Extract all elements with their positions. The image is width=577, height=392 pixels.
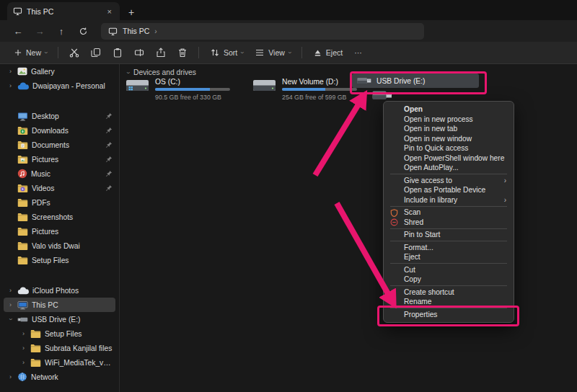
menu-item-copy[interactable]: Copy	[384, 275, 514, 285]
up-button[interactable]: ↑	[52, 22, 71, 40]
sidebar-item-pictures[interactable]: Pictures	[4, 224, 115, 239]
refresh-button[interactable]	[74, 22, 92, 40]
menu-item-include-in-library[interactable]: Include in library›	[384, 195, 514, 205]
sidebar-item-this-pc[interactable]: ›This PC	[4, 298, 115, 312]
menu-item-shred[interactable]: Shred	[384, 218, 514, 228]
menu-item-label: Copy	[404, 275, 421, 283]
chevron-right-icon[interactable]: ›	[20, 330, 27, 337]
pin-icon	[105, 127, 113, 134]
sidebar-item-dwaipayan-personal[interactable]: ›Dwaipayan - Personal	[4, 79, 115, 93]
sidebar-item-screenshots[interactable]: Screenshots	[4, 210, 115, 224]
sidebar-item-usb-drive-e[interactable]: ›USB Drive (E:)	[4, 312, 115, 326]
menu-item-open-as-portable-device[interactable]: Open as Portable Device	[384, 185, 514, 195]
menu-item-open-autoplay[interactable]: Open AutoPlay...	[384, 163, 514, 173]
menu-item-properties[interactable]: Properties	[384, 310, 514, 320]
drive-d-icon	[252, 76, 277, 101]
eject-button[interactable]: Eject	[308, 45, 348, 61]
sidebar-item-documents[interactable]: Documents	[4, 138, 115, 152]
menu-item-give-access-to[interactable]: Give access to›	[384, 176, 514, 186]
sidebar-item-network[interactable]: ›Network	[4, 370, 115, 384]
drive-tile-usb-drive-e[interactable]: USB Drive (E:)	[352, 74, 480, 88]
sidebar-item-label: Setup Files	[45, 330, 113, 338]
new-button[interactable]: New ›	[9, 45, 52, 60]
menu-item-open-in-new-window[interactable]: Open in new window	[384, 134, 514, 144]
sidebar-item-subrata-kanjilal-files[interactable]: ›Subrata Kanjilal files	[17, 341, 115, 355]
menu-item-format[interactable]: Format...	[384, 243, 514, 253]
drive-name: USB Drive (E:)	[376, 77, 426, 85]
menu-item-pin-to-quick-access[interactable]: Pin to Quick access	[384, 143, 514, 153]
tab-this-pc[interactable]: This PC ×	[7, 2, 120, 20]
sidebar-item-icloud-photos[interactable]: ›iCloud Photos	[4, 283, 115, 298]
drive-free-space: 254 GB free of 599 GB	[282, 94, 357, 101]
tab-close-icon[interactable]: ×	[105, 7, 114, 16]
scan-icon	[390, 209, 398, 217]
delete-button[interactable]	[172, 45, 193, 61]
breadcrumb-chevron-icon[interactable]: ›	[154, 27, 157, 35]
music-icon	[17, 169, 27, 179]
chevron-right-icon[interactable]: ›	[7, 287, 14, 294]
more-options-button[interactable]: ···	[349, 45, 367, 60]
delete-icon	[177, 48, 188, 58]
menu-item-label: Open as Portable Device	[404, 186, 485, 194]
sidebar-item-valo-vids-dwai[interactable]: Valo vids Dwai	[4, 239, 115, 253]
sidebar-item-videos[interactable]: Videos	[4, 181, 115, 195]
sidebar-item-label: iCloud Photos	[32, 287, 113, 295]
menu-item-open-in-new-tab[interactable]: Open in new tab	[384, 124, 514, 134]
new-tab-button[interactable]: +	[128, 7, 134, 17]
chevron-right-icon[interactable]: ›	[7, 68, 14, 75]
downloads-icon	[17, 126, 28, 135]
section-header-devices-and-drives[interactable]: › Devices and drives	[127, 68, 196, 76]
menu-item-label: Open AutoPlay...	[404, 164, 459, 172]
menu-separator	[390, 263, 507, 264]
sidebar-item-downloads[interactable]: Downloads	[4, 123, 115, 138]
sidebar-item-gallery[interactable]: ›Gallery	[4, 64, 115, 79]
sort-button[interactable]: Sort ›	[205, 45, 248, 61]
menu-item-eject[interactable]: Eject	[384, 252, 514, 262]
chevron-down-icon[interactable]: ›	[7, 316, 14, 323]
paste-button[interactable]	[107, 45, 128, 61]
drive-tile-new-volume-d[interactable]: New Volume (D:)254 GB free of 599 GB	[252, 76, 357, 101]
cut-icon	[69, 48, 79, 58]
menu-separator	[390, 228, 507, 229]
drive-tile-os-c[interactable]: OS (C:)90.5 GB free of 330 GB	[125, 76, 230, 101]
monitor-icon	[13, 6, 22, 16]
onedrive-icon	[17, 82, 29, 90]
chevron-right-icon[interactable]: ›	[7, 301, 14, 308]
chevron-down-icon[interactable]: ›	[125, 71, 132, 74]
menu-item-scan[interactable]: Scan	[384, 208, 514, 218]
view-button[interactable]: View ›	[250, 45, 296, 61]
sidebar-item-wifi-mediatek-v3-3-0-350[interactable]: ›WiFi_MediaTek_v3.3.0.350	[17, 355, 115, 370]
menu-item-create-shortcut[interactable]: Create shortcut	[384, 288, 514, 298]
new-button-label: New	[26, 48, 41, 57]
copy-button[interactable]	[86, 45, 106, 61]
menu-item-open-powershell-window-here[interactable]: Open PowerShell window here	[384, 153, 514, 164]
menu-item-label: Pin to Quick access	[404, 144, 468, 152]
menu-item-rename[interactable]: Rename	[384, 297, 514, 307]
drive-name-selected: USB Drive (E:)	[352, 74, 479, 88]
rename-button[interactable]	[129, 45, 149, 61]
sidebar-item-music[interactable]: Music	[4, 166, 115, 181]
menu-item-cut[interactable]: Cut	[384, 265, 514, 275]
sidebar-item-label: This PC	[32, 301, 113, 309]
back-button[interactable]: ←	[9, 22, 27, 40]
address-bar[interactable]: This PC ›	[101, 23, 424, 40]
menu-item-open[interactable]: Open	[384, 104, 514, 115]
folder-icon	[30, 344, 41, 352]
sidebar-item-setup-files[interactable]: ›Setup Files	[17, 326, 115, 341]
sidebar-item-pictures[interactable]: Pictures	[4, 152, 115, 166]
menu-item-pin-to-start[interactable]: Pin to Start	[384, 230, 514, 240]
sidebar-item-setup-files[interactable]: Setup Files	[4, 253, 115, 267]
chevron-right-icon[interactable]: ›	[20, 344, 27, 352]
menu-item-open-in-new-process[interactable]: Open in new process	[384, 115, 514, 125]
share-button[interactable]	[151, 45, 171, 61]
rename-icon	[134, 48, 144, 58]
forward-button[interactable]: →	[30, 22, 49, 40]
breadcrumb-location[interactable]: This PC	[123, 27, 149, 35]
sidebar-item-pdfs[interactable]: PDFs	[4, 195, 115, 210]
chevron-right-icon[interactable]: ›	[20, 359, 27, 366]
sidebar-item-label: PDFs	[32, 199, 113, 207]
cut-button[interactable]	[64, 45, 84, 61]
sidebar-item-desktop[interactable]: Desktop	[4, 109, 115, 123]
chevron-right-icon[interactable]: ›	[7, 82, 14, 89]
chevron-right-icon[interactable]: ›	[7, 373, 14, 380]
